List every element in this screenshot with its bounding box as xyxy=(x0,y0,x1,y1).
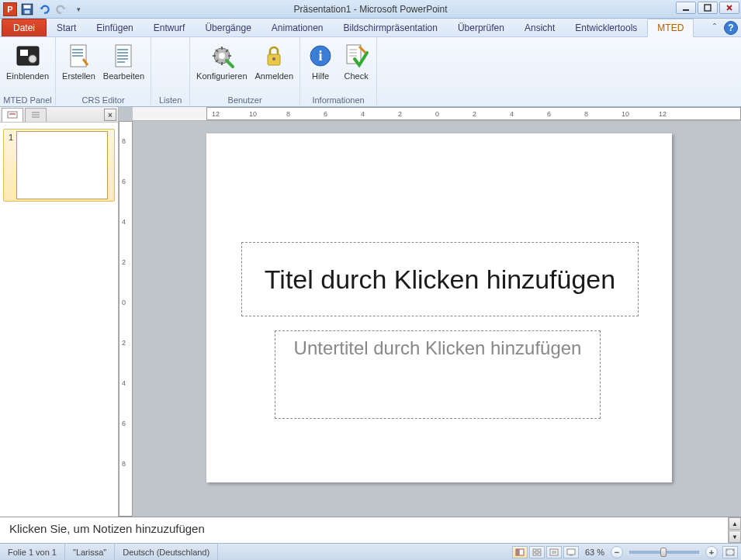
svg-rect-24 xyxy=(538,553,541,555)
qat-dropdown-icon[interactable]: ▾ xyxy=(71,2,85,16)
einblenden-label: Einblenden xyxy=(6,71,49,81)
lock-icon xyxy=(260,42,288,70)
ribbon-tabs: Datei Start Einfügen Entwurf Übergänge A… xyxy=(0,19,741,37)
help-icon[interactable]: ? xyxy=(724,21,738,35)
window-controls xyxy=(676,2,739,14)
svg-rect-20 xyxy=(519,549,524,555)
subtitle-placeholder[interactable]: Untertitel durch Klicken hinzufügen xyxy=(275,330,601,419)
titlebar: P ▾ Präsentation1 - Microsoft PowerPoint xyxy=(0,0,741,19)
fit-window-icon[interactable] xyxy=(722,546,738,558)
maximize-button[interactable] xyxy=(698,2,718,14)
slide-edit-area: 12108642024681012 864202468 Titel durch … xyxy=(119,107,741,517)
vertical-ruler: 864202468 xyxy=(119,121,133,517)
tab-entwurf[interactable]: Entwurf xyxy=(144,19,196,36)
svg-rect-3 xyxy=(683,9,689,11)
tab-mted[interactable]: MTED xyxy=(647,19,694,37)
zoom-in-icon[interactable]: + xyxy=(705,546,718,558)
quick-access-toolbar: P ▾ xyxy=(0,2,85,16)
undo-icon[interactable] xyxy=(37,2,51,16)
group-listen: Listen xyxy=(151,37,190,106)
language[interactable]: Deutsch (Deutschland) xyxy=(115,544,218,560)
tab-animationen[interactable]: Animationen xyxy=(261,19,334,36)
check-button[interactable]: Check xyxy=(339,39,373,94)
group-label-info: Informationen xyxy=(303,94,373,106)
slide-thumbnail-1[interactable]: 1 xyxy=(3,129,115,202)
tab-ueberpruefen[interactable]: Überprüfen xyxy=(448,19,514,36)
tab-start[interactable]: Start xyxy=(47,19,86,36)
tab-entwicklertools[interactable]: Entwicklertools xyxy=(565,19,647,36)
svg-rect-21 xyxy=(533,549,536,551)
tab-ansicht[interactable]: Ansicht xyxy=(514,19,565,36)
slide-canvas[interactable]: Titel durch Klicken hinzufügen Untertite… xyxy=(206,133,672,482)
group-label-mted: MTED Panel xyxy=(3,94,52,106)
svg-text:i: i xyxy=(319,48,323,64)
thumbnail-image xyxy=(16,131,108,199)
erstellen-button[interactable]: Erstellen xyxy=(59,39,99,94)
gear-icon xyxy=(208,42,236,70)
zoom-slider-thumb[interactable] xyxy=(660,548,667,557)
horizontal-ruler: 12108642024681012 xyxy=(133,107,741,121)
hilfe-button[interactable]: i Hilfe xyxy=(303,39,338,94)
notes-scrollbar[interactable]: ▲ ▼ xyxy=(728,517,741,543)
notes-placeholder-text: Klicken Sie, um Notizen hinzuzufügen xyxy=(9,522,205,535)
scroll-down-icon[interactable]: ▼ xyxy=(729,531,741,543)
group-benutzer: Konfigurieren Anmelden Benutzer xyxy=(190,37,300,106)
bearbeiten-label: Bearbeiten xyxy=(103,71,144,81)
zoom-percent[interactable]: 63 % xyxy=(585,548,604,557)
reading-view-icon[interactable] xyxy=(546,546,562,558)
app-icon[interactable]: P xyxy=(3,2,17,16)
info-icon: i xyxy=(306,42,334,70)
slides-tab-icon[interactable] xyxy=(2,108,23,122)
sorter-view-icon[interactable] xyxy=(529,546,545,558)
svg-point-11 xyxy=(219,53,225,59)
window-title: Präsentation1 - Microsoft PowerPoint xyxy=(293,4,447,15)
group-label-crs: CRS Editor xyxy=(59,94,147,106)
panel-close-icon[interactable]: × xyxy=(104,109,116,121)
normal-view-icon[interactable] xyxy=(512,546,528,558)
slide-canvas-area[interactable]: Titel durch Klicken hinzufügen Untertite… xyxy=(133,121,741,517)
tab-uebergaenge[interactable]: Übergänge xyxy=(195,19,261,36)
title-placeholder[interactable]: Titel durch Klicken hinzufügen xyxy=(241,242,639,316)
erstellen-label: Erstellen xyxy=(62,71,95,81)
slide-panel-header: × xyxy=(0,107,118,123)
minimize-button[interactable] xyxy=(676,2,696,14)
svg-rect-18 xyxy=(9,113,16,115)
check-icon xyxy=(342,42,370,70)
zoom-out-icon[interactable]: − xyxy=(611,546,623,558)
konfigurieren-label: Konfigurieren xyxy=(196,71,247,81)
einblenden-button[interactable]: Einblenden xyxy=(3,39,52,94)
tab-bildschirm[interactable]: Bildschirmpräsentation xyxy=(334,19,448,36)
zoom-slider[interactable] xyxy=(629,551,699,554)
svg-rect-2 xyxy=(25,10,30,14)
hilfe-label: Hilfe xyxy=(312,71,329,81)
bearbeiten-button[interactable]: Bearbeiten xyxy=(100,39,147,94)
svg-rect-22 xyxy=(538,549,541,551)
tab-einfuegen[interactable]: Einfügen xyxy=(86,19,143,36)
slide-number: 1 xyxy=(5,131,13,142)
edit-doc-icon xyxy=(109,42,137,70)
slide-panel: × 1 xyxy=(0,107,119,517)
subtitle-placeholder-text: Untertitel durch Klicken hinzufügen xyxy=(294,337,582,359)
group-label-listen: Listen xyxy=(154,94,186,106)
close-button[interactable] xyxy=(719,2,739,14)
redo-icon[interactable] xyxy=(54,2,68,16)
slide-info: Folie 1 von 1 xyxy=(0,544,65,560)
ribbon: Einblenden MTED Panel Erstellen Bearbeit… xyxy=(0,37,741,107)
outline-tab-icon[interactable] xyxy=(25,108,47,122)
svg-rect-1 xyxy=(24,5,31,9)
check-label: Check xyxy=(344,71,368,81)
konfigurieren-button[interactable]: Konfigurieren xyxy=(193,39,250,94)
svg-rect-4 xyxy=(705,5,711,11)
notes-pane[interactable]: Klicken Sie, um Notizen hinzuzufügen ▲ ▼ xyxy=(0,517,741,543)
svg-point-13 xyxy=(272,57,275,60)
slideshow-view-icon[interactable] xyxy=(563,546,579,558)
minimize-ribbon-icon[interactable]: ˆ xyxy=(708,22,721,34)
save-icon[interactable] xyxy=(20,2,34,16)
group-label-benutzer: Benutzer xyxy=(193,94,296,106)
anmelden-button[interactable]: Anmelden xyxy=(252,39,297,94)
panel-icon xyxy=(14,42,42,70)
svg-rect-6 xyxy=(20,50,28,56)
tab-file[interactable]: Datei xyxy=(2,19,47,36)
svg-rect-25 xyxy=(550,549,558,555)
scroll-up-icon[interactable]: ▲ xyxy=(729,517,741,530)
